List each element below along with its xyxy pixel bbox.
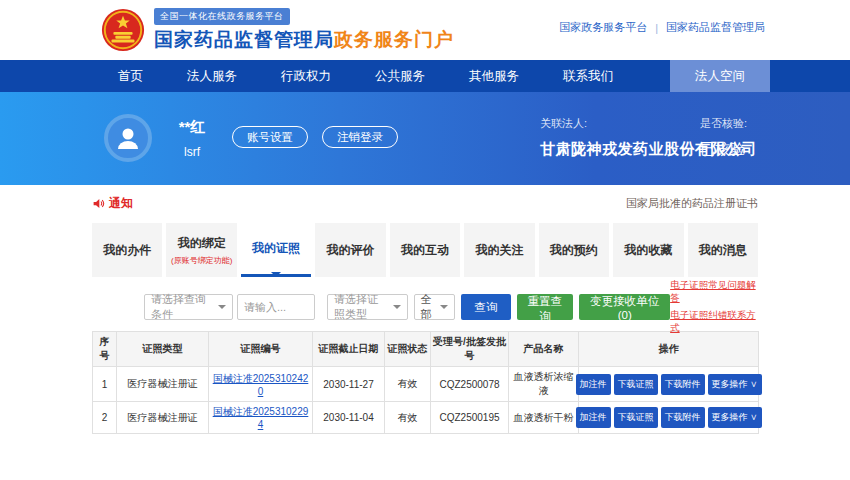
table-header-row: 序号证照类型证照编号证照截止日期证照状态受理号/批签发批号产品名称操作: [93, 332, 759, 367]
action-button-1[interactable]: 下载证照: [614, 374, 658, 395]
contact-link[interactable]: 电子证照纠错联系方式: [670, 309, 758, 335]
top-link-1[interactable]: 国家药品监督管理局: [666, 20, 765, 35]
notice-bar: 通知 国家局批准的药品注册证书: [92, 191, 758, 215]
tab-sublabel: (原账号绑定功能): [171, 255, 232, 266]
tab-label: 我的消息: [699, 242, 747, 259]
cell-acceptance-number: CQZ2500078: [431, 367, 509, 402]
notice-text[interactable]: 国家局批准的药品注册证书: [626, 196, 758, 211]
tab-我的消息[interactable]: 我的消息: [688, 223, 758, 277]
cert-number-link[interactable]: 国械注准20253102294: [213, 406, 309, 430]
nav-items: 首页法人服务行政权力公共服务其他服务联系我们: [0, 60, 613, 92]
cert-type-value: 请选择证照类型: [334, 292, 388, 322]
chevron-down-icon: [393, 305, 401, 313]
tab-我的互动[interactable]: 我的互动: [390, 223, 460, 277]
table-row: 1医疗器械注册证国械注准202531024202030-11-27有效CQZ25…: [93, 367, 759, 402]
table-body: 1医疗器械注册证国械注准202531024202030-11-27有效CQZ25…: [93, 367, 759, 434]
cell-cert-type: 医疗器械注册证: [117, 402, 209, 434]
main-nav: 首页法人服务行政权力公共服务其他服务联系我们 法人空间: [0, 60, 850, 92]
tab-我的关注[interactable]: 我的关注: [464, 223, 534, 277]
cell-status: 有效: [385, 402, 431, 434]
nav-item-2[interactable]: 行政权力: [281, 68, 331, 85]
search-button[interactable]: 查询: [461, 294, 510, 320]
logout-button[interactable]: 注销登录: [322, 126, 398, 148]
column-header-4: 证照状态: [385, 332, 431, 367]
tab-label: 我的互动: [401, 242, 449, 259]
column-header-7: 操作: [579, 332, 759, 367]
keyword-input[interactable]: [237, 294, 315, 320]
avatar[interactable]: [104, 114, 152, 162]
column-header-0: 序号: [93, 332, 117, 367]
tab-label: 我的绑定: [178, 235, 226, 252]
top-link-0[interactable]: 国家政务服务平台: [559, 20, 647, 35]
account-settings-button[interactable]: 账号设置: [232, 126, 308, 148]
action-button-2[interactable]: 下载附件: [661, 407, 705, 428]
cell-product-name: 血液透析干粉: [509, 402, 579, 434]
national-emblem-logo: [100, 7, 146, 53]
tab-label: 我的办件: [103, 242, 151, 259]
tab-我的证照[interactable]: 我的证照: [241, 223, 311, 277]
cell-product-name: 血液透析浓缩液: [509, 367, 579, 402]
action-button-1[interactable]: 下载证照: [614, 407, 658, 428]
cert-number-link[interactable]: 国械注准20253102420: [213, 373, 309, 397]
chevron-down-icon: [440, 305, 448, 313]
tab-我的预约[interactable]: 我的预约: [539, 223, 609, 277]
tab-我的收藏[interactable]: 我的收藏: [613, 223, 683, 277]
operation-buttons: 加注件下载证照下载附件更多操作 ∨: [581, 407, 756, 428]
link-separator: |: [655, 22, 658, 34]
nav-item-3[interactable]: 公共服务: [375, 68, 425, 85]
site-title-accent: 政务服务门户: [334, 29, 454, 50]
tab-我的办件[interactable]: 我的办件: [92, 223, 162, 277]
cell-operations: 加注件下载证照下载附件更多操作 ∨: [579, 367, 759, 402]
filter-bar: 请选择查询条件 请选择证照类型 全部 查询 重置查询 变更接收单位(0) 电子证…: [92, 293, 758, 321]
action-button-2[interactable]: 下载附件: [661, 374, 705, 395]
reset-button[interactable]: 重置查询: [517, 294, 574, 320]
cell-cert-number: 国械注准20253102294: [209, 402, 313, 434]
action-button-0[interactable]: 加注件: [576, 407, 611, 428]
query-condition-value: 请选择查询条件: [151, 292, 213, 322]
notice-label: 通知: [109, 195, 133, 212]
all-select[interactable]: 全部: [414, 294, 456, 320]
column-header-2: 证照编号: [209, 332, 313, 367]
tab-我的评价[interactable]: 我的评价: [315, 223, 385, 277]
site-title-main: 国家药品监督管理局: [154, 29, 334, 50]
nav-item-5[interactable]: 联系我们: [563, 68, 613, 85]
page-title: 国家药品监督管理局政务服务门户: [154, 27, 454, 53]
brand: 全国一体化在线政务服务平台 国家药品监督管理局政务服务门户: [100, 7, 454, 53]
username: **红: [162, 118, 222, 137]
cert-type-select[interactable]: 请选择证照类型: [327, 294, 408, 320]
user-banner: **红 lsrf 账号设置 注销登录 关联法人: 甘肃陇神戎发药业股份有限公司 …: [0, 92, 850, 185]
tab-我的绑定[interactable]: 我的绑定(原账号绑定功能): [166, 223, 236, 277]
all-select-value: 全部: [421, 292, 436, 322]
column-header-3: 证照截止日期: [313, 332, 385, 367]
cell-cert-number: 国械注准20253102420: [209, 367, 313, 402]
legal-person-space-button[interactable]: 法人空间: [670, 60, 770, 92]
column-header-1: 证照类型: [117, 332, 209, 367]
verify-status: 已核验: [700, 140, 747, 159]
tab-label: 我的关注: [475, 242, 523, 259]
action-button-3[interactable]: 更多操作 ∨: [708, 407, 762, 428]
tab-label: 我的收藏: [624, 242, 672, 259]
operation-buttons: 加注件下载证照下载附件更多操作 ∨: [581, 374, 756, 395]
nav-item-4[interactable]: 其他服务: [469, 68, 519, 85]
chevron-down-icon: [218, 305, 226, 313]
tab-label: 我的预约: [550, 242, 598, 259]
cell-acceptance-number: CQZ2500195: [431, 402, 509, 434]
action-button-0[interactable]: 加注件: [576, 374, 611, 395]
column-header-6: 产品名称: [509, 332, 579, 367]
user-icon: [113, 123, 143, 153]
content-area: 通知 国家局批准的药品注册证书 我的办件我的绑定(原账号绑定功能)我的证照我的评…: [92, 191, 758, 434]
query-condition-select[interactable]: 请选择查询条件: [144, 294, 233, 320]
change-receiver-button[interactable]: 变更接收单位(0): [579, 294, 670, 320]
tab-bar: 我的办件我的绑定(原账号绑定功能)我的证照我的评价我的互动我的关注我的预约我的收…: [92, 223, 758, 277]
nav-item-1[interactable]: 法人服务: [187, 68, 237, 85]
action-button-3[interactable]: 更多操作 ∨: [708, 374, 762, 395]
user-meta: **红 lsrf: [162, 118, 222, 159]
nav-item-0[interactable]: 首页: [118, 68, 143, 85]
verify-label: 是否核验:: [700, 116, 747, 131]
faq-link[interactable]: 电子证照常见问题解答: [670, 279, 758, 305]
verify-block: 是否核验: 已核验: [700, 116, 747, 159]
cell-index: 1: [93, 367, 117, 402]
platform-badge: 全国一体化在线政务服务平台: [154, 8, 290, 25]
tab-label: 我的证照: [252, 240, 300, 257]
tab-label: 我的评价: [327, 242, 375, 259]
